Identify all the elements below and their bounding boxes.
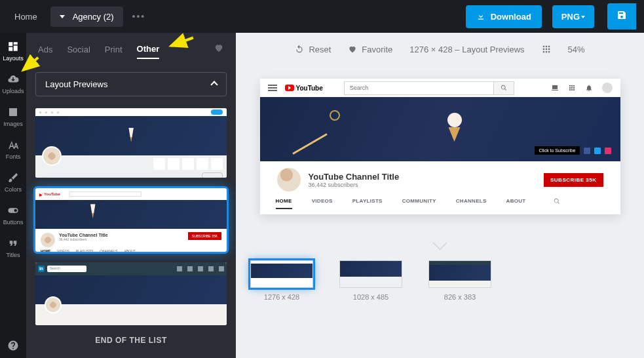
svg-rect-1 xyxy=(594,148,601,154)
canvas-toolbar: Reset Favorite 1276 × 428 – Layout Previ… xyxy=(236,33,644,66)
hamburger-icon xyxy=(268,85,277,91)
reset-button[interactable]: Reset xyxy=(295,45,331,54)
rail-label: Titles xyxy=(6,252,20,258)
facebook-icon xyxy=(584,148,590,154)
avatar xyxy=(277,168,301,191)
channel-title: YouTube Channel Title xyxy=(309,172,400,182)
search-icon xyxy=(554,198,560,209)
avatar xyxy=(42,146,62,166)
thumb-dims: 1028 x 485 xyxy=(339,293,402,301)
rail-buttons[interactable]: Buttons xyxy=(3,205,24,226)
youtube-logo: YouTube xyxy=(285,85,323,92)
brush-icon xyxy=(7,172,19,184)
rail-uploads[interactable]: Uploads xyxy=(2,73,24,94)
chevron-up-icon xyxy=(210,81,218,88)
rail-label: Uploads xyxy=(2,88,24,94)
icecream-icon xyxy=(447,113,462,139)
twitter-icon xyxy=(594,148,601,154)
linkedin-icon: in xyxy=(38,266,45,272)
image-icon xyxy=(7,106,19,118)
toggle-icon xyxy=(7,205,19,216)
section-label: Layout Previews xyxy=(45,79,107,89)
thumb-dims: 826 x 383 xyxy=(428,293,491,301)
format-label: PNG xyxy=(561,12,580,22)
rail-fonts[interactable]: Fonts xyxy=(6,139,21,160)
fonts-icon xyxy=(7,139,19,151)
agency-label: Agency (2) xyxy=(73,12,114,22)
caret-down-icon xyxy=(60,15,65,18)
doc-thumb[interactable]: 826 x 383 xyxy=(428,260,491,301)
doc-thumb[interactable]: 1276 x 428 xyxy=(250,260,313,301)
format-dropdown[interactable]: PNG xyxy=(552,5,594,28)
layouts-panel: Ads Social Print Other Layout Previews T… xyxy=(26,33,236,358)
layouts-icon xyxy=(7,41,19,52)
preview-document[interactable]: YouTube Click to Subscribe xyxy=(260,79,620,214)
dimensions-label: 1276 × 428 – Layout Previews xyxy=(409,45,524,54)
section-layout-previews[interactable]: Layout Previews xyxy=(35,72,227,96)
upload-icon xyxy=(551,84,559,92)
rail-colors[interactable]: Colors xyxy=(5,172,22,193)
search-input xyxy=(344,81,514,95)
reset-label: Reset xyxy=(309,45,331,54)
svg-rect-2 xyxy=(605,148,611,154)
save-button[interactable] xyxy=(607,3,636,30)
avatar xyxy=(602,83,613,93)
canvas-stage: Reset Favorite 1276 × 428 – Layout Previ… xyxy=(236,33,644,358)
rail-label: Layouts xyxy=(3,55,24,62)
search-input: Search xyxy=(47,266,86,272)
favorite-label: Favorite xyxy=(362,45,392,54)
layout-thumb-youtube[interactable]: ▶ YouTube YouTube Channel Title 36,442 s… xyxy=(35,188,227,251)
youtube-header: YouTube xyxy=(260,79,620,97)
doc-thumb[interactable]: 1028 x 485 xyxy=(339,260,402,301)
download-label: Download xyxy=(491,12,531,22)
channel-banner: Click to Subscribe xyxy=(260,97,620,161)
grid-icon xyxy=(542,45,551,54)
instagram-icon xyxy=(605,148,611,154)
layout-thumb-twitter[interactable]: TweetsTweets & repliesMedia xyxy=(35,108,227,178)
tab-other[interactable]: Other xyxy=(137,40,160,59)
rail-label: Colors xyxy=(5,186,22,193)
side-rail: Layouts Uploads Images Fonts Colors Butt… xyxy=(0,33,26,358)
tab-social[interactable]: Social xyxy=(67,41,90,58)
caret-down-icon xyxy=(581,16,585,18)
svg-rect-0 xyxy=(584,148,590,154)
rail-label: Buttons xyxy=(3,219,24,226)
thumb-dims: 1276 x 428 xyxy=(250,293,313,301)
favorites-icon[interactable] xyxy=(214,43,224,56)
topbar: Home Agency (2) ••• Download PNG xyxy=(0,0,644,33)
search-icon xyxy=(501,85,507,91)
layout-category-tabs: Ads Social Print Other xyxy=(26,33,236,66)
subscriber-count: 36,442 subscribers xyxy=(309,182,400,188)
heart-icon xyxy=(348,45,357,54)
favorite-button[interactable]: Favorite xyxy=(348,45,392,54)
undo-icon xyxy=(295,45,304,54)
rail-images[interactable]: Images xyxy=(3,106,23,127)
tab-print[interactable]: Print xyxy=(105,41,123,58)
quote-icon xyxy=(7,237,19,249)
cloud-upload-icon xyxy=(7,73,19,85)
more-icon[interactable]: ••• xyxy=(132,11,146,22)
subscribe-button: SUBSCRIBE 35K xyxy=(544,173,603,187)
rail-layouts[interactable]: Layouts xyxy=(3,41,24,62)
youtube-logo-icon: ▶ YouTube xyxy=(39,192,60,197)
download-button[interactable]: Download xyxy=(466,5,542,28)
channel-info: YouTube Channel Title 36,442 subscribers… xyxy=(260,161,620,198)
document-thumbnails: 1276 x 428 1028 x 485 826 x 383 xyxy=(236,260,644,326)
layout-thumbnails[interactable]: TweetsTweets & repliesMedia ▶ YouTube Yo… xyxy=(26,103,236,358)
help-icon xyxy=(7,340,19,351)
search-input xyxy=(69,191,142,197)
layout-thumb-linkedin[interactable]: in Search ✎ xyxy=(35,262,227,325)
end-of-list: END OF THE LIST xyxy=(35,336,227,345)
avatar xyxy=(41,233,55,247)
rail-help[interactable] xyxy=(7,340,19,351)
zoom-level[interactable]: 54% xyxy=(568,45,585,54)
rail-titles[interactable]: Titles xyxy=(6,237,20,258)
grid-toggle[interactable] xyxy=(542,45,551,54)
tab-ads[interactable]: Ads xyxy=(38,41,52,58)
avatar xyxy=(45,296,62,313)
agency-dropdown[interactable]: Agency (2) xyxy=(50,7,123,27)
save-icon xyxy=(616,10,627,20)
home-link[interactable]: Home xyxy=(8,8,44,26)
apps-icon xyxy=(568,84,576,92)
rail-label: Fonts xyxy=(6,153,21,160)
